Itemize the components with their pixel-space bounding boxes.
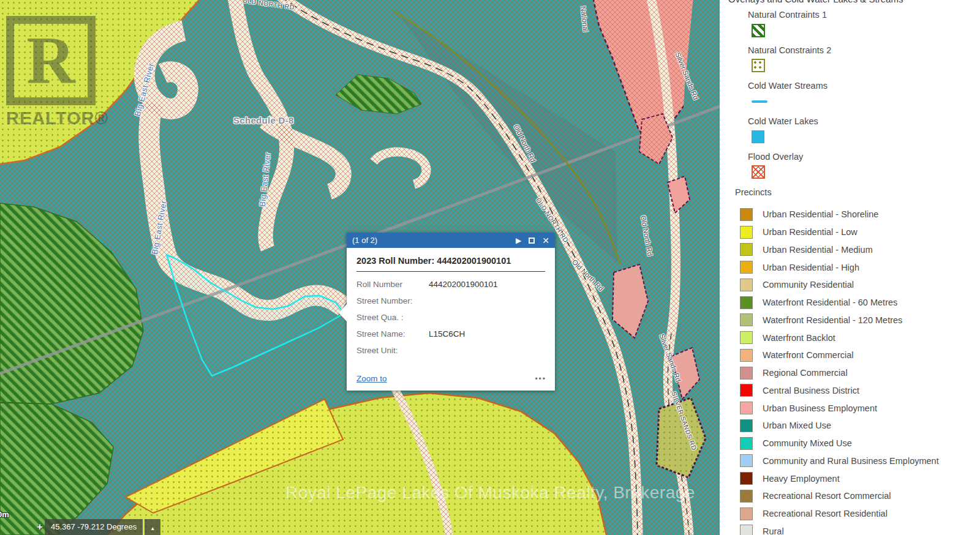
legend-swatch	[740, 525, 753, 535]
coordinates-expand-button[interactable]: ▲	[145, 519, 160, 535]
legend-item: Waterfront Residential - 60 Metres	[740, 294, 980, 312]
legend-swatch-flood-overlay	[752, 165, 765, 179]
popup-titlebar: (1 of 2) ▶ ✕	[347, 233, 555, 248]
legend-swatch	[740, 331, 753, 344]
scalebar-label: 0m	[0, 510, 9, 519]
legend-swatch-natural-constraints-1	[752, 24, 765, 37]
legend-label-flood-overlay: Flood Overlay	[748, 152, 803, 162]
legend-swatch	[740, 454, 753, 467]
identify-popup: (1 of 2) ▶ ✕ 2023 Roll Number: 444202001…	[347, 233, 555, 391]
zoom-to-link[interactable]: Zoom to	[356, 374, 387, 383]
legend-swatch	[740, 490, 753, 503]
legend-section-precincts: Precincts	[735, 187, 772, 197]
legend-swatch	[740, 313, 753, 326]
legend-swatch	[740, 437, 753, 450]
realtor-logo-text: REALTOR®	[6, 108, 108, 129]
realtor-logo-mark: R	[6, 16, 96, 105]
legend-panel: Overlays and Cold Water Lakes & Streams …	[720, 0, 980, 535]
legend-item: Heavy Employment	[740, 470, 980, 487]
legend-item: Community Residential	[740, 276, 980, 294]
legend-label-natural-constraints-2: Natural Constraints 2	[748, 45, 831, 55]
legend-item: Waterfront Residential - 120 Metres	[740, 312, 980, 329]
legend-header: Overlays and Cold Water Lakes & Streams	[728, 0, 903, 4]
legend-swatch	[740, 402, 753, 414]
legend-swatch	[740, 507, 753, 520]
popup-callout-arrow	[339, 304, 347, 321]
legend-item: Urban Residential - Low	[740, 223, 980, 241]
caret-up-icon: ▲	[150, 526, 155, 531]
legend-label-cold-water-lakes: Cold Water Lakes	[748, 116, 818, 126]
coordinates-display: 45.367 -79.212 Degrees	[45, 519, 143, 535]
legend-swatch-natural-constraints-2	[752, 59, 765, 72]
legend-swatch	[740, 261, 753, 274]
legend-swatch	[740, 243, 753, 256]
legend-item: Urban Mixed Use	[740, 417, 980, 435]
field-row: Street Number:	[356, 293, 545, 309]
app-window: Schedule D-8 Big East River Big East Riv…	[0, 0, 980, 535]
legend-swatch	[740, 472, 753, 485]
legend-swatch	[740, 349, 753, 362]
legend-swatch-cold-water-lakes	[752, 130, 764, 143]
popup-close-icon[interactable]: ✕	[542, 236, 549, 245]
legend-item: Community and Rural Business Employment	[740, 452, 980, 470]
legend-swatch	[740, 419, 753, 432]
realtor-logo: R REALTOR®	[6, 16, 108, 129]
field-row: Street Unit:	[356, 342, 545, 359]
popup-pager: (1 of 2)	[352, 236, 377, 245]
popup-divider	[356, 271, 545, 272]
legend-item: Urban Residential - Shoreline	[740, 206, 980, 223]
popup-more-icon[interactable]: •••	[535, 375, 546, 383]
legend-item: Recreational Resort Residential	[740, 505, 980, 523]
legend-item: Waterfront Backlot	[740, 329, 980, 346]
legend-item: Urban Residential - High	[740, 258, 980, 276]
precincts-list: Urban Residential - Shoreline Urban Resi…	[740, 206, 980, 535]
map-canvas[interactable]: Schedule D-8 Big East River Big East Riv…	[0, 0, 720, 535]
popup-title: 2023 Roll Number: 444202001900101	[356, 256, 545, 266]
legend-item: Rural	[740, 523, 980, 535]
popup-maximize-icon[interactable]	[529, 238, 535, 244]
legend-swatch	[740, 384, 753, 397]
coordinate-widget: + 45.367 -79.212 Degrees ▲	[37, 519, 160, 535]
legend-item: Waterfront Commercial	[740, 346, 980, 364]
legend-label-cold-water-streams: Cold Water Streams	[748, 81, 827, 91]
legend-item: Recreational Resort Commercial	[740, 487, 980, 505]
legend-item: Urban Residential - Medium	[740, 241, 980, 259]
legend-swatch	[740, 226, 753, 239]
legend-swatch	[740, 279, 753, 291]
legend-label-natural-constraints-1: Natural Contraints 1	[748, 10, 827, 20]
legend-swatch	[740, 208, 753, 221]
legend-item: Regional Commercial	[740, 364, 980, 382]
legend-swatch	[740, 296, 753, 309]
brokerage-watermark: Royal LePage Lakes Of Muskoka Realty, Br…	[285, 483, 695, 503]
legend-swatch	[740, 367, 753, 380]
legend-item: Urban Business Employment	[740, 399, 980, 417]
legend-item: Community Mixed Use	[740, 435, 980, 452]
map-label-schedule: Schedule D-8	[233, 115, 294, 125]
crosshair-icon[interactable]: +	[37, 519, 43, 535]
field-row: Street Name: L15C6CH	[356, 326, 545, 342]
legend-item: Central Business District	[740, 382, 980, 400]
popup-next-icon[interactable]: ▶	[516, 237, 521, 244]
field-row: Roll Number 444202001900101	[356, 276, 545, 293]
legend-swatch-cold-water-streams	[752, 100, 767, 103]
field-row: Street Qua. :	[356, 309, 545, 326]
